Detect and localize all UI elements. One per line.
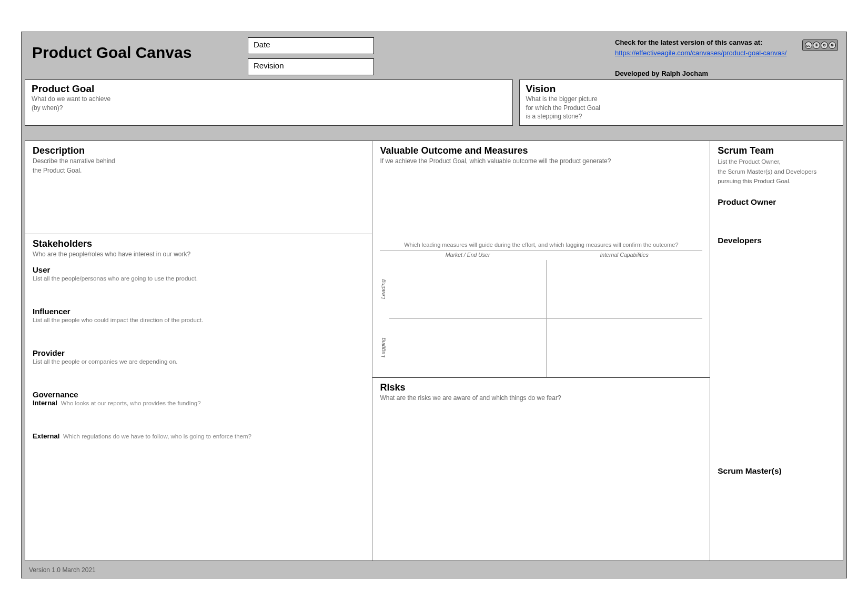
mg-corner [380, 251, 389, 260]
developers-label: Developers [718, 236, 835, 245]
gov-external-hint: Which regulations do we have to follow, … [63, 433, 251, 439]
vision-sub1: What is the bigger picture [526, 95, 836, 104]
mg-row2: Lagging [380, 318, 389, 377]
mg-cell-leading-market [389, 260, 546, 318]
outcome-box: Valuable Outcome and Measures If we achi… [372, 141, 710, 378]
mg-cell-lagging-internal [546, 318, 702, 377]
scrum-team-box: Scrum Team List the Product Owner, the S… [710, 141, 843, 480]
mg-col2: Internal Capabilities [546, 251, 702, 260]
risks-title: Risks [380, 382, 702, 393]
product-goal-title: Product Goal [32, 83, 506, 95]
stake-user-label: User [33, 265, 365, 274]
header-title-block: Product Goal Canvas [32, 37, 232, 62]
stakeholders-sub: Who are the people/roles who have intere… [33, 251, 365, 259]
product-owner-label: Product Owner [718, 197, 835, 207]
stake-provider: Provider List all the people or companie… [33, 348, 365, 365]
canvas-url-link[interactable]: https://effectiveagile.com/canvases/prod… [615, 49, 786, 57]
stake-user-desc: List all the people/personas who are goi… [33, 275, 365, 282]
measure-grid: Market / End User Internal Capabilities … [380, 251, 702, 377]
stake-provider-label: Provider [33, 348, 365, 357]
developed-by-text: Developed by Ralph Jocham [615, 68, 836, 79]
header-row: Product Goal Canvas Date Revision Check … [22, 32, 846, 76]
mg-row1: Leading [380, 260, 389, 318]
cc-nc-icon: ⊘ [821, 42, 828, 49]
gov-internal-label: Internal [33, 399, 57, 407]
vision-box: Vision What is the bigger picture for wh… [519, 79, 843, 126]
scrum-team-desc1: List the Product Owner, [718, 158, 835, 166]
gov-internal: Internal Who looks at our reports, who p… [33, 399, 365, 407]
outcome-header: Valuable Outcome and Measures If we achi… [380, 145, 702, 166]
stake-user: User List all the people/personas who ar… [33, 265, 365, 282]
stake-influencer: Influencer List all the people who could… [33, 307, 365, 323]
outcome-sub: If we achieve the Product Goal, which va… [380, 157, 702, 166]
governance-label: Governance [33, 390, 365, 399]
date-field[interactable]: Date [248, 37, 374, 54]
gov-external: External Which regulations do we have to… [33, 432, 365, 440]
description-sub2: the Product Goal. [33, 167, 365, 175]
top-row: Product Goal What do we want to achieve … [22, 79, 846, 126]
outcome-title: Valuable Outcome and Measures [380, 145, 702, 156]
middle-column: Valuable Outcome and Measures If we achi… [372, 141, 710, 561]
description-box: Description Describe the narrative behin… [25, 141, 372, 234]
risks-box: Risks What are the risks we are aware of… [372, 378, 710, 561]
scrum-masters-label: Scrum Master(s) [718, 466, 835, 476]
product-goal-box: Product Goal What do we want to achieve … [25, 79, 513, 126]
stakeholders-box: Stakeholders Who are the people/roles wh… [25, 234, 372, 561]
right-column: Scrum Team List the Product Owner, the S… [710, 141, 843, 561]
scrum-team-desc3: pursuing this Product Goal. [718, 177, 835, 186]
product-goal-sub1: What do we want to achieve [32, 95, 506, 104]
mg-cell-leading-internal [546, 260, 702, 318]
mg-col1: Market / End User [389, 251, 546, 260]
stake-provider-desc: List all the people or companies we are … [33, 358, 365, 365]
mg-cell-lagging-market [389, 318, 546, 377]
vision-sub3: is a stepping stone? [526, 113, 836, 121]
stake-influencer-desc: List all the people who could impact the… [33, 317, 365, 323]
cc-nd-icon: ⊜ [829, 42, 836, 49]
stake-influencer-label: Influencer [33, 307, 365, 316]
body-wrap: Description Describe the narrative behin… [25, 141, 843, 561]
canvas-frame: Product Goal Canvas Date Revision Check … [21, 32, 847, 578]
product-goal-sub2: (by when)? [32, 104, 506, 113]
outcome-divider-text: Which leading measures will guide during… [380, 242, 702, 251]
version-footer: Version 1.0 March 2021 [29, 566, 96, 574]
stakeholders-title: Stakeholders [33, 238, 365, 249]
vision-title: Vision [526, 83, 836, 95]
document-page: Product Goal Canvas Date Revision Check … [0, 0, 868, 610]
revision-field[interactable]: Revision [248, 58, 374, 75]
cc-by-icon: ① [813, 42, 820, 49]
cc-icon: cc [805, 42, 812, 49]
scrum-team-title: Scrum Team [718, 145, 835, 156]
canvas-title: Product Goal Canvas [32, 44, 232, 62]
description-title: Description [33, 145, 365, 156]
cc-license-badge: cc ① ⊘ ⊜ [802, 39, 838, 51]
stake-governance: Governance Internal Who looks at our rep… [33, 390, 365, 440]
left-column: Description Describe the narrative behin… [25, 141, 372, 561]
scrum-team-desc2: the Scrum Master(s) and Developers [718, 168, 835, 176]
gov-external-label: External [33, 432, 59, 440]
risks-sub: What are the risks we are aware of and w… [380, 394, 702, 403]
description-sub1: Describe the narrative behind [33, 157, 365, 166]
header-fields: Date Revision [248, 37, 374, 75]
gov-internal-hint: Who looks at our reports, who provides t… [61, 400, 201, 406]
vision-sub2: for which the Product Goal [526, 104, 836, 113]
